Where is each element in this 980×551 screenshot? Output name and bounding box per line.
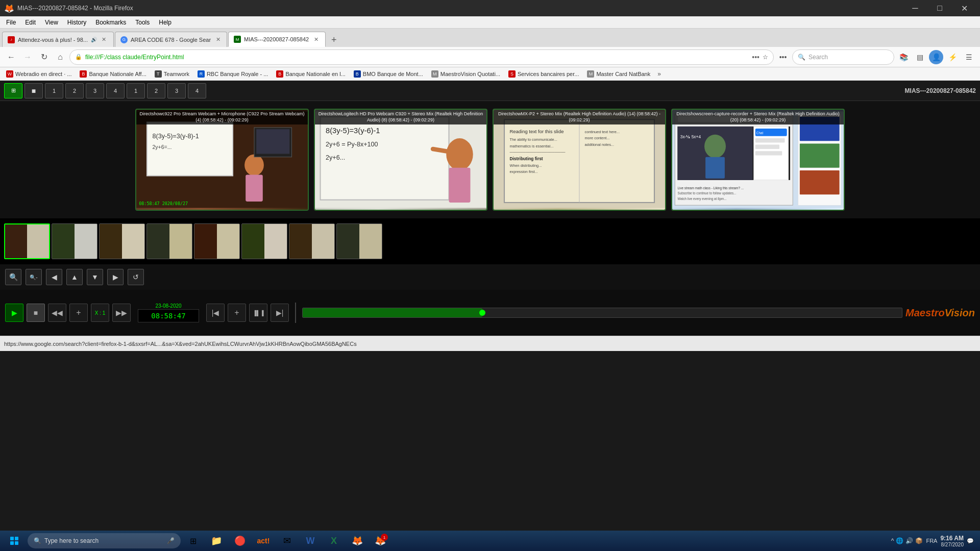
taskbar-file-explorer[interactable]: 📁 [205,532,228,550]
taskbar-task-view[interactable]: ⊞ [182,532,204,550]
menu-bookmarks[interactable]: Bookmarks [91,18,130,27]
timeline-thumb-8[interactable] [336,223,382,259]
add-marker-button[interactable]: + [69,304,88,322]
bookmark-bmo[interactable]: B BMO Banque de Mont... [351,69,426,79]
start-button[interactable] [2,532,27,550]
taskbar-firefox[interactable]: 🦊 [346,532,369,550]
bookmark-services-label: Services bancaires per... [518,71,579,77]
address-input[interactable]: 🔒 file:///F:/class claude/EntryPoint.htm… [69,49,774,65]
back-button[interactable]: ← [4,50,18,64]
cam4-button[interactable]: 4 [106,83,125,98]
cam3-button[interactable]: 3 [86,83,104,98]
taskbar-app-red[interactable]: 🔴 [229,532,251,550]
up-button[interactable]: ▲ [66,269,83,285]
refresh-view-button[interactable]: ↺ [128,269,144,285]
camera-3-thumb[interactable]: DirectshowMX-P2 + Stereo Mix (Realtek Hi… [493,109,666,211]
cam2-button[interactable]: 2 [65,83,84,98]
zoom-in-button[interactable]: 🔍 [5,269,21,285]
tray-expand[interactable]: ^ [891,537,894,544]
taskbar-app-act[interactable]: act! [252,532,275,550]
zoom-out-button[interactable]: 🔍- [26,269,42,285]
search-box[interactable]: 🔍 Search [792,49,894,65]
fast-forward-button[interactable]: ▶▶ [112,304,131,322]
down-button[interactable]: ▼ [87,269,103,285]
bookmark-services[interactable]: S Services bancaires per... [505,69,582,79]
sidebar-button[interactable]: ▤ [913,50,927,64]
rewind-button[interactable]: ◀◀ [48,304,66,322]
tab-2-close[interactable]: ✕ [214,36,222,44]
menu-view[interactable]: View [41,18,62,27]
svg-text:─────────────────────: ───────────────────── [509,150,566,155]
view1-button[interactable]: 1 [127,83,145,98]
timeline-thumb-5[interactable] [194,223,240,259]
menu-help[interactable]: Help [155,18,176,27]
grid-view-button[interactable]: ⊞ [4,83,22,98]
bookmark-banque-nataff[interactable]: B Banque Nationale Aff... [77,69,149,79]
bookmark-teamwork[interactable]: T Teamwork [152,69,192,79]
timeline-thumb-2[interactable] [52,223,97,259]
extensions-button[interactable]: ⚡ [945,50,960,64]
forward-button[interactable]: → [20,50,35,64]
bookmark-maestrovision[interactable]: M MaestroVision Quotati... [428,69,503,79]
play-button[interactable]: ▶ [5,304,23,322]
prev-segment-button[interactable]: |◀ [206,304,225,322]
svg-rect-37 [705,157,725,179]
tab-1[interactable]: ♪ Attendez-vous à plus! - 98... 🔊 ✕ [2,32,114,47]
browser-icon: 🦊 [4,4,14,13]
cam1-button[interactable]: 1 [45,83,63,98]
menu-file[interactable]: File [2,18,20,27]
view4-button[interactable]: 4 [188,83,206,98]
notification-icon[interactable]: 💬 [967,538,974,544]
cam1-solo-button[interactable]: ■ [24,83,43,98]
svg-text:Subscribe to continue to follo: Subscribe to continue to follow updates.… [678,191,737,195]
timeline-thumb-4[interactable] [146,223,192,259]
tab-1-close[interactable]: ✕ [100,36,108,44]
timeline-thumb-1[interactable] [4,223,50,259]
bookmark-rbc[interactable]: R RBC Banque Royale - ... [194,69,271,79]
menu-tools[interactable]: Tools [131,18,154,27]
add-marker-2-button[interactable]: + [228,304,246,322]
progress-handle[interactable] [479,310,485,316]
bookmark-webradio[interactable]: W Webradio en direct · ... [3,69,75,79]
bookmark-mastercard[interactable]: M Master Card NatBank [584,69,653,79]
minimize-button[interactable]: ─ [903,0,927,16]
svg-point-14 [446,138,473,170]
progress-bar[interactable] [302,308,902,318]
taskbar-word[interactable]: W [299,532,322,550]
bookmark-teamwork-label: Teamwork [164,71,189,77]
refresh-button[interactable]: ↻ [37,50,51,64]
menu-history[interactable]: History [63,18,90,27]
maximize-button[interactable]: □ [928,0,951,16]
home-button[interactable]: ⌂ [53,50,67,64]
menu-button[interactable]: ☰ [962,50,976,64]
stop-button[interactable]: ■ [27,304,45,322]
timeline-thumb-7[interactable] [289,223,335,259]
camera-2-thumb[interactable]: DirectshowLogitech HD Pro Webcam C920 + … [314,109,487,211]
prev-frame-button[interactable]: ◀ [46,269,62,285]
next-segment-button[interactable]: ▶| [271,304,289,322]
taskbar-app-badge[interactable]: 🦊 1 [370,532,392,550]
timeline-thumb-6[interactable] [241,223,287,259]
taskbar-search[interactable]: 🔍 Type here to search 🎤 [28,533,181,548]
bookmark-banque-nat[interactable]: B Banque Nationale en l... [273,69,348,79]
tab-3-close[interactable]: ✕ [312,35,320,43]
timeline-thumb-3[interactable] [99,223,145,259]
tab-3[interactable]: M MIAS---20200827-085842 ✕ [228,32,326,47]
page-actions-button[interactable]: ••• [776,50,790,64]
profile-button[interactable]: 👤 [929,50,943,64]
waveform-button[interactable]: ▐▌▐ [249,304,267,322]
camera-4-thumb[interactable]: Directshowscreen-capture-recorder + Ster… [671,109,845,211]
close-button[interactable]: ✕ [952,0,976,16]
camera-1-thumb[interactable]: Directshowc922 Pro Stream Webcam + Micro… [135,109,309,211]
menu-edit[interactable]: Edit [21,18,40,27]
collections-button[interactable]: 📚 [896,50,911,64]
taskbar-outlook[interactable]: ✉ [276,532,298,550]
view3-button[interactable]: 3 [167,83,186,98]
tab-2[interactable]: G AREA CODE 678 - Google Sear ✕ [115,32,227,47]
new-tab-button[interactable]: + [327,33,341,47]
view2-button[interactable]: 2 [147,83,165,98]
bookmarks-more-button[interactable]: » [655,70,663,78]
next-frame-button[interactable]: ▶ [107,269,124,285]
search-icon: 🔍 [798,54,805,61]
taskbar-excel[interactable]: X [323,532,345,550]
